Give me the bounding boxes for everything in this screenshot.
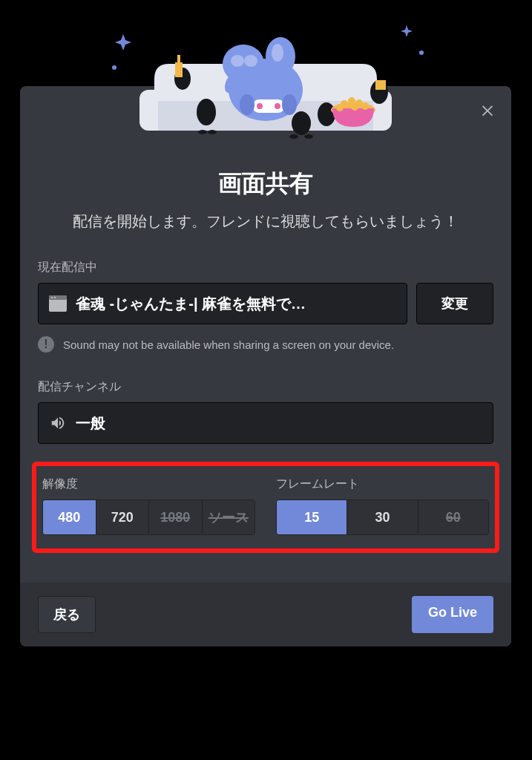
- sound-warning: ! Sound may not be available when sharin…: [38, 336, 493, 353]
- stream-source-box[interactable]: 雀魂 -じゃんたま-| 麻雀を無料で…: [38, 283, 407, 324]
- resolution-option[interactable]: 720: [96, 500, 150, 534]
- svg-point-8: [231, 55, 244, 67]
- svg-marker-0: [115, 34, 131, 50]
- modal-subtitle: 配信を開始します。フレンドに視聴してもらいましょう！: [38, 209, 493, 233]
- resolution-segment: 4807201080ソース: [42, 499, 255, 535]
- back-button[interactable]: 戻る: [38, 596, 96, 633]
- speaker-icon: [49, 415, 67, 431]
- channel-select[interactable]: 一般: [38, 402, 493, 444]
- resolution-option[interactable]: 480: [43, 500, 96, 534]
- svg-point-35: [51, 297, 53, 298]
- quality-highlight: 解像度 4807201080ソース フレームレート 153060: [32, 462, 499, 553]
- modal-title: 画面共有: [38, 168, 493, 200]
- current-stream-label: 現在配信中: [38, 260, 493, 275]
- svg-point-36: [54, 297, 56, 298]
- stream-source-name: 雀魂 -じゃんたま-| 麻雀を無料で…: [76, 294, 306, 314]
- framerate-option[interactable]: 15: [277, 500, 347, 534]
- close-button[interactable]: [477, 99, 498, 120]
- resolution-option[interactable]: 1080: [149, 500, 203, 534]
- framerate-segment: 153060: [276, 499, 489, 535]
- framerate-option[interactable]: 30: [347, 500, 418, 534]
- framerate-option[interactable]: 60: [418, 500, 488, 534]
- warning-text: Sound may not be available when sharing …: [63, 338, 394, 351]
- window-icon: [49, 295, 67, 312]
- svg-point-9: [244, 55, 257, 67]
- go-live-modal: 画面共有 配信を開始します。フレンドに視聴してもらいましょう！ 現在配信中 雀魂…: [20, 86, 511, 646]
- resolution-option[interactable]: ソース: [203, 500, 255, 534]
- modal-footer: 戻る Go Live: [20, 583, 511, 646]
- framerate-label: フレームレート: [276, 476, 489, 492]
- svg-point-2: [112, 65, 116, 70]
- svg-point-11: [272, 44, 283, 62]
- warning-icon: !: [38, 336, 54, 353]
- channel-name: 一般: [76, 413, 105, 433]
- close-icon: [479, 102, 496, 118]
- svg-point-3: [419, 50, 424, 55]
- go-live-button[interactable]: Go Live: [412, 596, 493, 633]
- change-button[interactable]: 変更: [416, 283, 493, 324]
- svg-point-10: [266, 37, 295, 76]
- channel-label: 配信チャンネル: [38, 379, 493, 395]
- svg-point-7: [223, 45, 264, 83]
- resolution-label: 解像度: [42, 476, 255, 492]
- svg-marker-1: [401, 25, 413, 37]
